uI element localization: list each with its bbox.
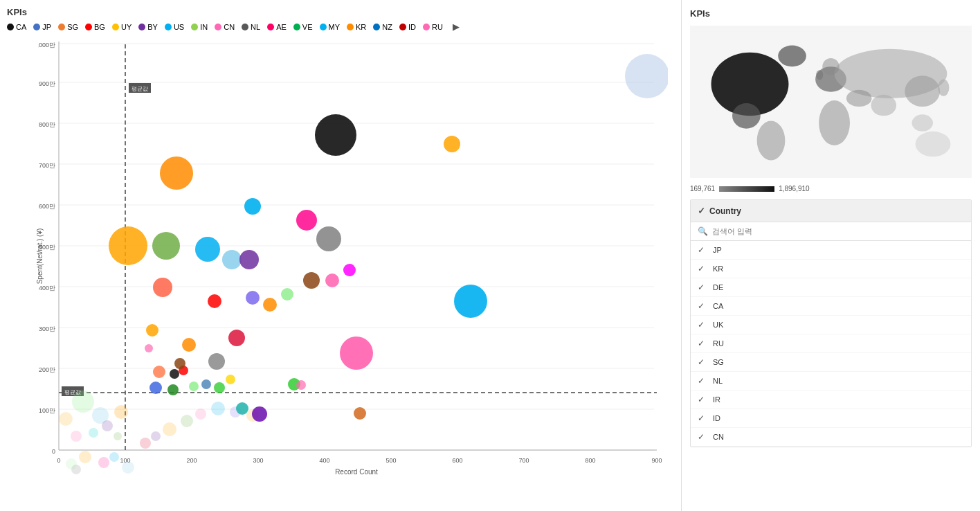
country-item-de[interactable]: ✓ DE (691, 278, 971, 297)
country-item-jp[interactable]: ✓ JP (691, 241, 971, 260)
country-item-kr[interactable]: ✓ KR (691, 260, 971, 278)
legend-dot-kr (347, 24, 354, 30)
svg-point-91 (195, 409, 206, 420)
filter-header[interactable]: ✓ Country (691, 200, 971, 222)
svg-text:500: 500 (385, 457, 396, 464)
svg-point-68 (145, 344, 153, 352)
svg-point-69 (170, 369, 179, 379)
country-item-ca[interactable]: ✓ CA (691, 297, 971, 316)
scatter-chart: 0 100만 200만 300만 400만 500만 600만 700만 800 (38, 35, 668, 478)
legend-label-sg: SG (67, 23, 78, 31)
svg-point-103 (226, 375, 235, 384)
legend-item-sg: SG (58, 23, 78, 31)
svg-text:300만: 300만 (39, 325, 55, 332)
legend-item-kr: KR (347, 23, 366, 31)
legend-item-jp: JP (33, 23, 51, 31)
svg-point-65 (228, 330, 245, 346)
svg-text:200: 200 (186, 457, 197, 464)
svg-point-50 (152, 232, 180, 260)
svg-point-62 (281, 288, 293, 301)
legend-dot-ru (423, 24, 430, 30)
country-label-nl: NL (713, 377, 723, 385)
chart-panel: KPIs CAJPSGBGUYBYUSINCNNLAEVEMYKRNZIDRU▶… (0, 0, 682, 511)
legend-dot-ca (7, 24, 14, 30)
svg-point-77 (89, 428, 98, 438)
svg-point-121 (816, 70, 823, 80)
legend-label-uy: UY (121, 23, 131, 31)
legend-dot-uy (112, 24, 119, 30)
svg-text:300: 300 (253, 457, 263, 464)
svg-point-85 (66, 458, 77, 469)
search-input[interactable] (712, 227, 964, 235)
svg-point-108 (732, 103, 761, 129)
svg-point-115 (871, 95, 896, 116)
country-item-id[interactable]: ✓ ID (691, 409, 971, 428)
country-filter: ✓ Country 🔍 ✓ JP ✓ KR ✓ DE ✓ CA ✓ UK ✓ R… (690, 199, 972, 447)
svg-text:400만: 400만 (39, 285, 55, 292)
check-icon-de: ✓ (698, 283, 707, 292)
legend-label-nl: NL (251, 23, 260, 31)
legend-dot-cn (215, 24, 221, 30)
country-item-cn[interactable]: ✓ CN (691, 428, 971, 447)
svg-point-45 (244, 198, 261, 215)
svg-point-57 (454, 285, 487, 318)
map-legend-bar (719, 186, 774, 192)
country-label-ru: RU (713, 339, 724, 348)
svg-text:평균값: 평균값 (131, 86, 148, 92)
check-icon-sg: ✓ (698, 357, 707, 367)
play-button[interactable]: ▶ (453, 21, 460, 32)
svg-point-54 (303, 272, 320, 289)
country-label-uk: UK (713, 321, 723, 329)
country-item-nl[interactable]: ✓ NL (691, 372, 971, 391)
check-icon-cn: ✓ (698, 432, 707, 442)
legend-item-uy: UY (112, 23, 131, 31)
country-label-ca: CA (713, 302, 723, 310)
svg-point-89 (163, 422, 176, 436)
svg-text:100만: 100만 (39, 407, 55, 414)
legend-item-id: ID (399, 23, 416, 31)
map-legend-max: 1,896,910 (779, 185, 810, 192)
legend-label-jp: JP (42, 23, 51, 31)
check-icon-ir: ✓ (698, 395, 707, 404)
legend-dot-id (399, 24, 406, 30)
svg-point-66 (182, 338, 196, 352)
svg-point-52 (222, 250, 242, 269)
svg-text:800: 800 (585, 457, 595, 464)
country-item-sg[interactable]: ✓ SG (691, 353, 971, 372)
svg-point-55 (325, 274, 339, 287)
svg-text:400: 400 (319, 457, 329, 464)
svg-text:900만: 900만 (39, 80, 55, 87)
country-item-ru[interactable]: ✓ RU (691, 334, 971, 353)
svg-point-71 (174, 358, 185, 369)
country-label-ir: IR (713, 395, 720, 404)
map-legend-min: 169,761 (690, 185, 715, 192)
svg-point-72 (153, 366, 165, 378)
legend-label-ru: RU (432, 23, 443, 31)
svg-point-64 (146, 324, 158, 337)
svg-point-44 (160, 156, 193, 190)
svg-point-87 (140, 438, 151, 449)
svg-point-49 (109, 226, 147, 265)
svg-point-88 (151, 431, 161, 441)
country-item-ir[interactable]: ✓ IR (691, 391, 971, 409)
svg-point-84 (59, 412, 73, 426)
svg-point-100 (189, 382, 199, 391)
legend-dot-jp (33, 24, 40, 30)
svg-point-118 (938, 79, 949, 96)
legend-item-ru: RU (423, 23, 443, 31)
right-panel: KPIs (682, 0, 980, 511)
legend-label-id: ID (408, 23, 416, 31)
legend-item-ae: AE (267, 23, 287, 31)
country-label-jp: JP (713, 246, 722, 254)
svg-point-86 (122, 461, 134, 474)
svg-point-51 (195, 237, 220, 262)
legend-label-in: IN (200, 23, 208, 31)
svg-point-112 (819, 100, 850, 145)
legend-item-ve: VE (293, 23, 313, 31)
country-item-uk[interactable]: ✓ UK (691, 316, 971, 334)
search-icon: 🔍 (698, 226, 708, 236)
legend-label-ae: AE (276, 23, 287, 31)
svg-point-102 (214, 382, 225, 393)
svg-point-117 (912, 114, 934, 131)
filter-search-bar[interactable]: 🔍 (691, 222, 971, 241)
